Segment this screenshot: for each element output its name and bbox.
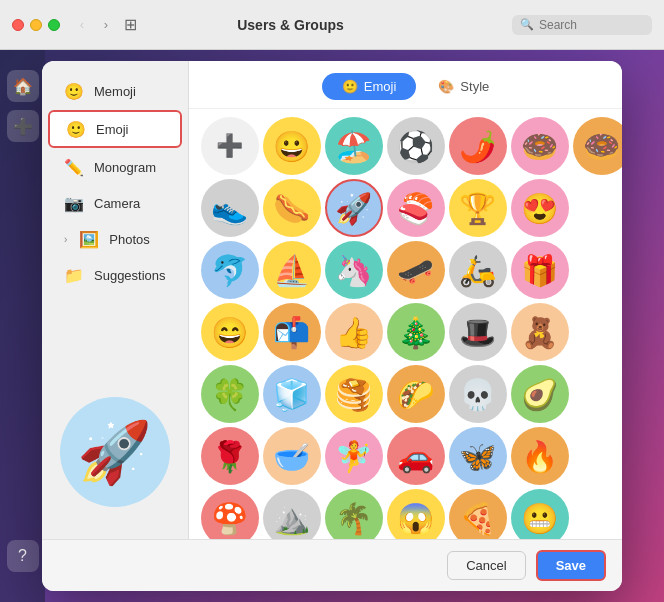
emoji-cell-26[interactable]: 🧸 (511, 303, 569, 361)
dialog-footer: Cancel Save (42, 539, 622, 591)
sidebar-label-camera: Camera (94, 196, 140, 211)
sidebar-label-emoji: Emoji (96, 122, 129, 137)
maximize-button[interactable] (48, 19, 60, 31)
emoji-cell-36[interactable]: 🥣 (263, 427, 321, 485)
emoji-cell-31[interactable]: 🌮 (387, 365, 445, 423)
camera-icon: 📷 (64, 193, 84, 213)
emoji-cell-35[interactable]: 🌹 (201, 427, 259, 485)
sidebar-item-camera[interactable]: 📷 Camera (48, 186, 182, 220)
emoji-cell-45[interactable]: 😱 (387, 489, 445, 539)
emoji-cell-5[interactable]: 🍩 (511, 117, 569, 175)
emoji-cell-22[interactable]: 📬 (263, 303, 321, 361)
emoji-cell-39[interactable]: 🦋 (449, 427, 507, 485)
emoji-cell-9[interactable]: 🚀 (325, 179, 383, 237)
emoji-cell-19[interactable]: 🎁 (511, 241, 569, 299)
tab-style-icon: 🎨 (438, 79, 454, 94)
search-input[interactable] (539, 18, 644, 32)
sidebar: 🙂 Memoji 🙂 Emoji ✏️ Monogram 📷 Camera › (42, 61, 189, 539)
add-emoji-button[interactable]: ➕ (201, 117, 259, 175)
emoji-cell-23[interactable]: 👍 (325, 303, 383, 361)
window-title: Users & Groups (69, 17, 512, 33)
avatar-area: 🚀 (42, 293, 188, 527)
sidebar-label-suggestions: Suggestions (94, 268, 166, 283)
minimize-button[interactable] (30, 19, 42, 31)
avatar-emoji: 🚀 (77, 417, 152, 488)
dialog-body: 🙂 Memoji 🙂 Emoji ✏️ Monogram 📷 Camera › (42, 61, 622, 539)
emoji-cell-16[interactable]: 🦄 (325, 241, 383, 299)
traffic-lights (12, 19, 60, 31)
photos-icon: 🖼️ (79, 229, 99, 249)
emoji-cell-41[interactable] (573, 427, 622, 485)
cancel-button[interactable]: Cancel (447, 551, 525, 580)
emoji-cell-33[interactable]: 🥑 (511, 365, 569, 423)
emoji-grid: ➕😀🏖️⚽🌶️🍩🍩👟🌭🚀🍣🏆😍🐬⛵🦄🛹🛵🎁😄📬👍🎄🎩🧸🍀🧊🥞🌮💀🥑🌹🥣🧚🚗🦋🔥🍄… (201, 117, 622, 539)
emoji-cell-15[interactable]: ⛵ (263, 241, 321, 299)
emoji-cell-30[interactable]: 🥞 (325, 365, 383, 423)
emoji-icon: 🙂 (66, 119, 86, 139)
emoji-cell-18[interactable]: 🛵 (449, 241, 507, 299)
emoji-cell-13[interactable] (573, 179, 622, 237)
emoji-cell-47[interactable]: 😬 (511, 489, 569, 539)
emoji-cell-34[interactable] (573, 365, 622, 423)
emoji-cell-44[interactable]: 🌴 (325, 489, 383, 539)
emoji-cell-32[interactable]: 💀 (449, 365, 507, 423)
emoji-cell-20[interactable] (573, 241, 622, 299)
emoji-cell-1[interactable]: 😀 (263, 117, 321, 175)
sidebar-label-memoji: Memoji (94, 84, 136, 99)
sidebar-item-memoji[interactable]: 🙂 Memoji (48, 74, 182, 108)
close-button[interactable] (12, 19, 24, 31)
suggestions-icon: 📁 (64, 265, 84, 285)
tab-emoji-icon: 🙂 (342, 79, 358, 94)
title-bar: ‹ › ⊞ Users & Groups 🔍 (0, 0, 664, 50)
emoji-cell-25[interactable]: 🎩 (449, 303, 507, 361)
sidebar-item-suggestions[interactable]: 📁 Suggestions (48, 258, 182, 292)
tab-emoji[interactable]: 🙂 Emoji (322, 73, 417, 100)
tab-bar: 🙂 Emoji 🎨 Style (189, 61, 622, 109)
emoji-picker-dialog: 🙂 Memoji 🙂 Emoji ✏️ Monogram 📷 Camera › (42, 61, 622, 591)
chevron-icon: › (64, 234, 67, 245)
emoji-cell-46[interactable]: 🍕 (449, 489, 507, 539)
emoji-cell-12[interactable]: 😍 (511, 179, 569, 237)
emoji-cell-3[interactable]: ⚽ (387, 117, 445, 175)
emoji-cell-2[interactable]: 🏖️ (325, 117, 383, 175)
sidebar-item-photos[interactable]: › 🖼️ Photos (48, 222, 182, 256)
sidebar-label-monogram: Monogram (94, 160, 156, 175)
emoji-cell-7[interactable]: 👟 (201, 179, 259, 237)
emoji-cell-17[interactable]: 🛹 (387, 241, 445, 299)
emoji-grid-container[interactable]: ➕😀🏖️⚽🌶️🍩🍩👟🌭🚀🍣🏆😍🐬⛵🦄🛹🛵🎁😄📬👍🎄🎩🧸🍀🧊🥞🌮💀🥑🌹🥣🧚🚗🦋🔥🍄… (189, 109, 622, 539)
tab-style[interactable]: 🎨 Style (418, 73, 509, 100)
emoji-cell-27[interactable] (573, 303, 622, 361)
tab-style-label: Style (460, 79, 489, 94)
avatar-preview: 🚀 (60, 397, 170, 507)
emoji-cell-21[interactable]: 😄 (201, 303, 259, 361)
emoji-cell-14[interactable]: 🐬 (201, 241, 259, 299)
emoji-cell-10[interactable]: 🍣 (387, 179, 445, 237)
sidebar-item-emoji[interactable]: 🙂 Emoji (48, 110, 182, 148)
monogram-icon: ✏️ (64, 157, 84, 177)
emoji-cell-43[interactable]: ⛰️ (263, 489, 321, 539)
sidebar-label-photos: Photos (109, 232, 149, 247)
main-content: 🙂 Emoji 🎨 Style ➕😀🏖️⚽🌶️🍩🍩👟🌭🚀🍣🏆😍🐬⛵🦄🛹🛵🎁😄📬👍… (189, 61, 622, 539)
emoji-cell-11[interactable]: 🏆 (449, 179, 507, 237)
emoji-cell-24[interactable]: 🎄 (387, 303, 445, 361)
modal-container: 🙂 Memoji 🙂 Emoji ✏️ Monogram 📷 Camera › (0, 50, 664, 602)
emoji-cell-37[interactable]: 🧚 (325, 427, 383, 485)
tab-emoji-label: Emoji (364, 79, 397, 94)
search-bar[interactable]: 🔍 (512, 15, 652, 35)
sidebar-item-monogram[interactable]: ✏️ Monogram (48, 150, 182, 184)
emoji-cell-28[interactable]: 🍀 (201, 365, 259, 423)
search-icon: 🔍 (520, 18, 534, 31)
emoji-cell-4[interactable]: 🌶️ (449, 117, 507, 175)
emoji-cell-8[interactable]: 🌭 (263, 179, 321, 237)
emoji-cell-42[interactable]: 🍄 (201, 489, 259, 539)
emoji-cell-29[interactable]: 🧊 (263, 365, 321, 423)
emoji-cell-40[interactable]: 🔥 (511, 427, 569, 485)
memoji-icon: 🙂 (64, 81, 84, 101)
save-button[interactable]: Save (536, 550, 606, 581)
emoji-cell-6[interactable]: 🍩 (573, 117, 622, 175)
emoji-cell-38[interactable]: 🚗 (387, 427, 445, 485)
